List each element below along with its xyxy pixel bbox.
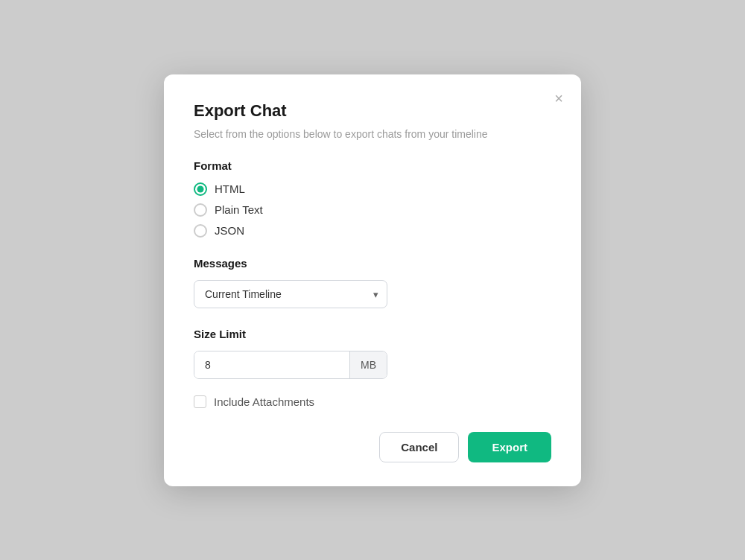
modal-subtitle: Select from the options below to export …	[194, 128, 551, 140]
format-json-label: JSON	[215, 224, 244, 237]
messages-section: Messages Current Timeline All Messages L…	[194, 257, 551, 308]
format-radio-plain-text[interactable]	[194, 203, 207, 217]
modal-overlay: × Export Chat Select from the options be…	[0, 0, 745, 560]
size-input-wrapper: MB	[194, 351, 387, 379]
include-attachments-checkbox[interactable]	[194, 395, 206, 408]
format-section: Format HTML Plain Text JSON	[194, 159, 551, 238]
modal-footer: Cancel Export	[194, 432, 551, 462]
format-plain-text-label: Plain Text	[215, 203, 263, 216]
messages-dropdown-wrapper: Current Timeline All Messages Last 7 Day…	[194, 280, 387, 308]
format-option-html[interactable]: HTML	[194, 182, 551, 196]
close-icon: ×	[554, 91, 563, 106]
cancel-button[interactable]: Cancel	[379, 432, 459, 462]
format-radio-html[interactable]	[194, 182, 207, 196]
modal-title: Export Chat	[194, 101, 551, 121]
format-label: Format	[194, 159, 551, 172]
format-option-plain-text[interactable]: Plain Text	[194, 203, 551, 217]
size-limit-input[interactable]	[194, 351, 349, 378]
format-radio-json[interactable]	[194, 224, 207, 238]
size-unit-label: MB	[349, 351, 387, 378]
format-radio-group: HTML Plain Text JSON	[194, 182, 551, 238]
attachments-section: Include Attachments	[194, 395, 551, 408]
export-chat-modal: × Export Chat Select from the options be…	[164, 74, 581, 486]
close-button[interactable]: ×	[551, 88, 566, 109]
include-attachments-label: Include Attachments	[214, 395, 314, 408]
messages-dropdown[interactable]: Current Timeline All Messages Last 7 Day…	[194, 280, 387, 308]
size-limit-section: Size Limit MB	[194, 328, 551, 379]
format-html-label: HTML	[215, 182, 245, 195]
export-button[interactable]: Export	[468, 432, 551, 462]
size-limit-label: Size Limit	[194, 328, 551, 340]
format-option-json[interactable]: JSON	[194, 224, 551, 238]
messages-label: Messages	[194, 257, 551, 270]
